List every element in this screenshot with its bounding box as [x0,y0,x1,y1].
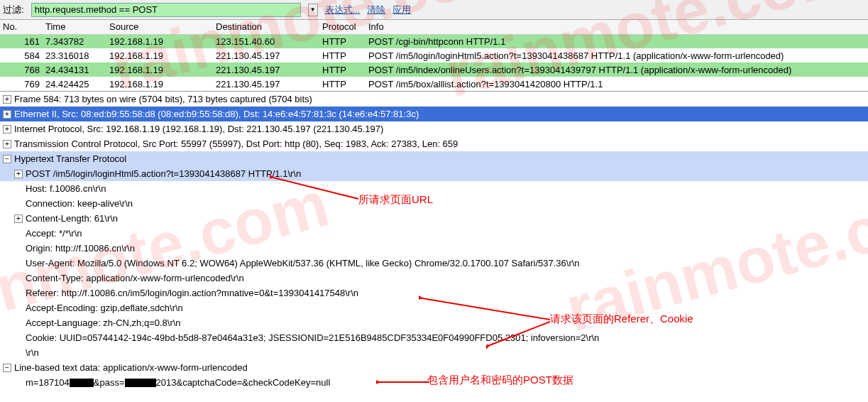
expression-link[interactable]: 表达式... [325,4,361,16]
tree-connection[interactable]: Connection: keep-alive\r\n [0,196,868,211]
table-row[interactable]: 58423.316018192.168.1.19221.130.45.197HT… [0,48,868,63]
collapse-icon[interactable]: − [3,155,11,163]
apply-link[interactable]: 应用 [392,4,411,16]
packet-detail-pane: +Frame 584: 713 bytes on wire (5704 bits… [0,91,868,390]
expand-icon[interactable]: + [3,140,11,148]
clear-link[interactable]: 清除 [367,4,385,16]
tree-host[interactable]: Host: f.10086.cn\r\n [0,181,868,196]
dropdown-icon[interactable]: ▼ [308,4,318,16]
tree-request-line[interactable]: +POST /im5/login/loginHtml5.action?t=139… [0,166,868,181]
tree-content-length[interactable]: +Content-Length: 61\r\n [0,211,868,226]
col-proto[interactable]: Protocol [319,20,366,34]
table-row[interactable]: 76824.434131192.168.1.19221.130.45.197HT… [0,63,868,77]
tree-accept-encoding[interactable]: Accept-Encoding: gzip,deflate,sdch\r\n [0,300,868,315]
collapse-icon[interactable]: − [3,364,11,372]
tree-referer[interactable]: Referer: http://f.10086.cn/im5/login/log… [0,286,868,300]
expand-icon[interactable]: + [3,95,11,104]
tree-crlf[interactable]: \r\n [0,345,868,360]
tree-http[interactable]: −Hypertext Transfer Protocol [0,151,868,166]
expand-icon[interactable]: + [14,214,23,223]
filter-toolbar: 过滤: ▼ 表达式... 清除 应用 [0,0,868,20]
tree-cookie[interactable]: Cookie: UUID=05744142-194c-49bd-b5d8-87e… [0,330,868,345]
tree-accept-language[interactable]: Accept-Language: zh-CN,zh;q=0.8\r\n [0,315,868,330]
tree-ethernet[interactable]: +Ethernet II, Src: 08:ed:b9:55:58:d8 (08… [0,107,868,121]
tree-accept[interactable]: Accept: */*\r\n [0,226,868,241]
col-time[interactable]: Time [43,20,106,34]
tree-user-agent[interactable]: User-Agent: Mozilla/5.0 (Windows NT 6.2;… [0,256,868,271]
expand-icon[interactable]: + [14,170,23,178]
table-row[interactable]: 1617.343782192.168.1.19123.151.40.60HTTP… [0,34,868,48]
col-source[interactable]: Source [106,20,213,34]
expand-icon[interactable]: + [3,125,11,134]
tree-content-type[interactable]: Content-Type: application/x-www-form-url… [0,271,868,286]
tree-origin[interactable]: Origin: http://f.10086.cn\r\n [0,241,868,256]
tree-line-based-data[interactable]: −Line-based text data: application/x-www… [0,360,868,375]
col-no[interactable]: No. [0,20,43,34]
table-row[interactable]: 76924.424425192.168.1.19221.130.45.197HT… [0,77,868,91]
tree-frame[interactable]: +Frame 584: 713 bytes on wire (5704 bits… [0,92,868,107]
packet-table[interactable]: No. Time Source Destination Protocol Inf… [0,20,868,91]
tree-tcp[interactable]: +Transmission Control Protocol, Src Port… [0,136,868,151]
tree-post-data[interactable]: m=187104&pass=2013&captchaCode=&checkCod… [0,375,868,390]
filter-label: 过滤: [3,4,24,16]
expand-icon[interactable]: + [3,110,11,119]
col-info[interactable]: Info [366,20,868,34]
tree-ip[interactable]: +Internet Protocol, Src: 192.168.1.19 (1… [0,121,868,136]
filter-input[interactable] [31,3,301,17]
col-dest[interactable]: Destination [213,20,319,34]
